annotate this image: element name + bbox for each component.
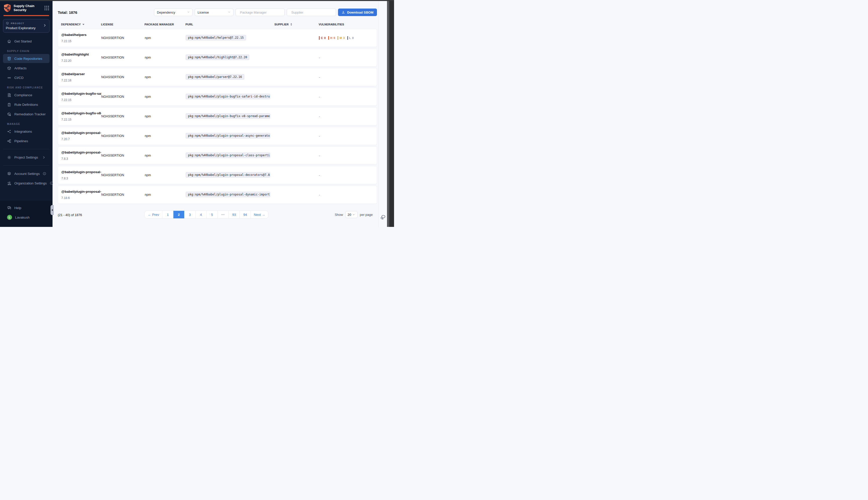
info-icon[interactable] <box>43 172 46 175</box>
purl-chip[interactable]: pkg:npm/%40babel/plugin-proposal-dynamic… <box>186 192 270 197</box>
table-row[interactable]: @babel/plugin-bugfix-safar...7.22.15NOAS… <box>58 88 377 106</box>
table-row[interactable]: @babel/helpers7.22.15NOASSERTIONnpmpkg:n… <box>58 29 377 47</box>
vulnerability-badge-H: H 0 <box>328 36 335 40</box>
page-button-3[interactable]: 3 <box>184 211 195 218</box>
page-button-94[interactable]: 94 <box>240 211 251 218</box>
project-label: PROJECT <box>11 22 24 25</box>
purl-chip[interactable]: pkg:npm/%40babel/plugin-bugfix-safari-id… <box>186 94 270 99</box>
dependency-name: @babel/plugin-bugfix-safar... <box>61 92 101 95</box>
vulnerabilities-cell: - <box>319 95 377 99</box>
sort-icon <box>290 23 292 26</box>
table-footer: (21 - 40) of 1876 ← Prev12345•••9394Next… <box>58 211 377 219</box>
table-row[interactable]: @babel/plugin-proposal-cl...7.8.3NOASSER… <box>58 147 377 164</box>
sidebar-item-get-started[interactable]: Get Started <box>3 37 49 46</box>
sidebar-collapse-handle[interactable] <box>50 205 54 215</box>
browser-scrollbar[interactable] <box>387 1 394 227</box>
sidebar-item-code-repositories[interactable]: Code Repositories <box>3 54 49 63</box>
vulnerability-badge-C: C 0 <box>319 36 326 40</box>
purl-cell: pkg:npm/%40babel/parser@7.22.16 <box>186 74 275 80</box>
column-header-license: LICENSE <box>101 23 145 26</box>
code-bucket-icon <box>7 57 11 61</box>
purl-cell: pkg:npm/%40babel/highlight@7.22.20 <box>186 55 275 61</box>
purl-chip[interactable]: pkg:npm/%40babel/plugin-proposal-class-p… <box>186 152 270 158</box>
page-button-93[interactable]: 93 <box>228 211 240 218</box>
table-row[interactable]: @babel/plugin-proposal-dy...7.18.6NOASSE… <box>58 186 377 204</box>
sidebar-item-help[interactable]: Help <box>3 203 49 212</box>
sidebar-item-project-settings[interactable]: Project Settings <box>3 153 49 162</box>
sidebar-user[interactable]: L Lavakush <box>3 213 49 222</box>
sidebar-item-remediation-tracker[interactable]: Remediation Tracker <box>3 110 49 118</box>
page-button-5[interactable]: 5 <box>206 211 217 218</box>
empty-value: - <box>319 95 320 99</box>
support-chat-icon[interactable] <box>380 214 386 221</box>
dependency-version: 7.18.6 <box>61 196 101 200</box>
page-button-1[interactable]: 1 <box>162 211 173 218</box>
sidebar-item-organization-settings[interactable]: Organization Settings <box>3 179 49 188</box>
sort-descending-icon <box>82 24 84 25</box>
dependency-cell: @babel/plugin-bugfix-v8-s...7.22.15 <box>58 111 101 121</box>
purl-cell: pkg:npm/%40babel/plugin-bugfix-v8-spread… <box>186 113 275 120</box>
box-tool-icon <box>7 112 11 116</box>
dependency-cell: @babel/plugin-proposal-as...7.20.7 <box>58 131 101 141</box>
license-cell: NOASSERTION <box>101 56 145 59</box>
sidebar-item-pipelines[interactable]: Pipelines <box>3 136 49 146</box>
table-row[interactable]: @babel/highlight7.22.20NOASSERTIONnpmpkg… <box>58 48 377 67</box>
collapse-arrow-icon <box>52 209 53 211</box>
section-label-manage: MANAGE <box>0 123 53 125</box>
project-switcher[interactable]: PROJECT Product Exploratory <box>3 19 49 33</box>
next-page-button[interactable]: Next → <box>251 211 268 218</box>
sidebar-item-account-settings[interactable]: Account Settings <box>3 169 49 178</box>
project-name: Product Exploratory <box>6 26 47 30</box>
license-cell: NOASSERTION <box>101 36 145 40</box>
info-icon[interactable] <box>50 181 53 185</box>
vulnerabilities-cell: - <box>319 154 377 158</box>
app-grid-icon[interactable] <box>45 6 49 10</box>
purl-chip[interactable]: pkg:npm/%40babel/plugin-bugfix-v8-spread… <box>186 113 270 119</box>
sidebar-item-artifacts[interactable]: Artifacts <box>3 64 49 72</box>
gear-icon <box>7 155 11 160</box>
license-cell: NOASSERTION <box>101 154 145 157</box>
sidebar-item-cicd[interactable]: CI/CD <box>3 73 49 82</box>
column-header-dependency[interactable]: DEPENDENCY <box>58 23 101 26</box>
purl-chip[interactable]: pkg:npm/%40babel/highlight@7.22.20 <box>186 55 249 60</box>
purl-chip[interactable]: pkg:npm/%40babel/parser@7.22.16 <box>186 74 244 80</box>
purl-chip[interactable]: pkg:npm/%40babel/plugin-proposal-async-g… <box>186 133 270 138</box>
sidebar-item-integrations[interactable]: Integrations <box>3 127 49 136</box>
package-manager-input[interactable] <box>240 11 284 14</box>
vulnerability-badge-M: M 3 <box>338 36 345 40</box>
prev-page-button[interactable]: ← Prev <box>145 211 162 218</box>
download-sbom-button[interactable]: Download SBOM <box>338 9 377 16</box>
purl-chip[interactable]: pkg:npm/%40babel/helpers@7.22.15 <box>186 35 246 41</box>
chevron-down-icon <box>187 11 190 14</box>
severity-count: L 0 <box>349 36 354 39</box>
purl-cell: pkg:npm/%40babel/plugin-bugfix-safari-id… <box>186 94 275 100</box>
license-filter-select[interactable]: License <box>195 9 233 16</box>
table-row[interactable]: @babel/parser7.22.16NOASSERTIONnpmpkg:np… <box>58 68 377 86</box>
user-name: Lavakush <box>15 216 30 219</box>
dependency-cell: @babel/parser7.22.16 <box>58 72 101 82</box>
dependency-filter-select[interactable]: Dependency <box>154 9 193 16</box>
vulnerabilities-cell: - <box>319 75 377 79</box>
home-icon <box>7 39 11 44</box>
dependency-version: 7.20.7 <box>61 137 101 141</box>
package-manager-cell: npm <box>145 154 186 157</box>
sidebar-item-rule-definitions[interactable]: Rule Definitions <box>3 100 49 109</box>
app-title: Supply Chain Security <box>14 4 34 12</box>
table-row[interactable]: @babel/plugin-proposal-as...7.20.7NOASSE… <box>58 127 377 145</box>
package-manager-cell: npm <box>145 173 186 177</box>
page-button-4[interactable]: 4 <box>195 211 206 218</box>
purl-chip[interactable]: pkg:npm/%40babel/plugin-proposal-decorat… <box>186 172 270 178</box>
column-header-supplier[interactable]: SUPPLIER <box>274 23 319 26</box>
vulnerabilities-cell: - <box>319 134 377 138</box>
sidebar-item-compliance[interactable]: Compliance <box>3 90 49 100</box>
page-button-2[interactable]: 2 <box>173 211 184 218</box>
supplier-input[interactable] <box>291 11 335 14</box>
divider <box>3 165 49 166</box>
page-size-select[interactable]: 20 <box>345 211 358 218</box>
table-row[interactable]: @babel/plugin-bugfix-v8-s...7.22.15NOASS… <box>58 107 377 125</box>
table-row[interactable]: @babel/plugin-proposal-de...7.8.3NOASSER… <box>58 166 377 184</box>
infinity-icon <box>7 76 11 80</box>
package-manager-cell: npm <box>145 95 186 99</box>
page-size-control: Show 20 per page <box>335 211 373 219</box>
license-cell: NOASSERTION <box>101 95 145 99</box>
